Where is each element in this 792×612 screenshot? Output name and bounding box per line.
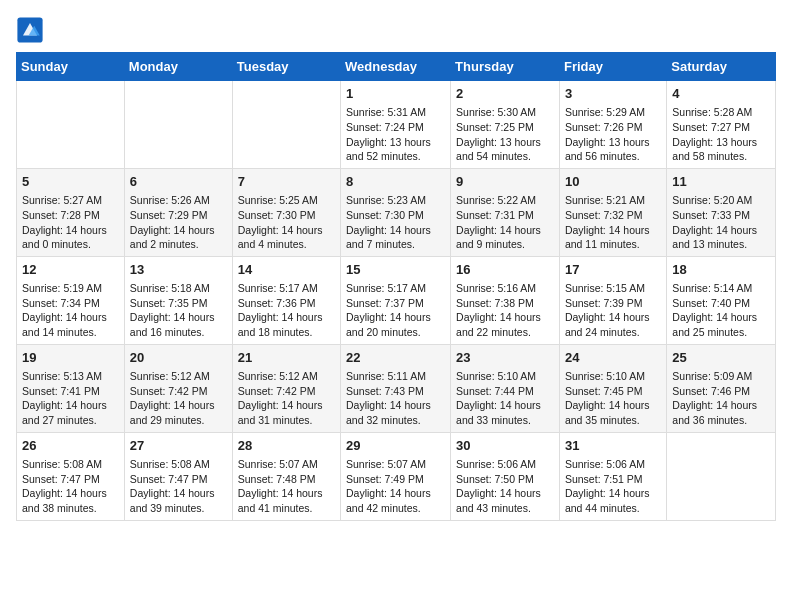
day-number: 10 bbox=[565, 173, 661, 191]
day-info: Sunrise: 5:20 AM Sunset: 7:33 PM Dayligh… bbox=[672, 193, 770, 252]
calendar-cell: 31Sunrise: 5:06 AM Sunset: 7:51 PM Dayli… bbox=[559, 432, 666, 520]
weekday-header-thursday: Thursday bbox=[451, 53, 560, 81]
calendar-cell: 24Sunrise: 5:10 AM Sunset: 7:45 PM Dayli… bbox=[559, 344, 666, 432]
page-header bbox=[16, 16, 776, 44]
calendar-header: SundayMondayTuesdayWednesdayThursdayFrid… bbox=[17, 53, 776, 81]
day-number: 11 bbox=[672, 173, 770, 191]
calendar-week-row: 19Sunrise: 5:13 AM Sunset: 7:41 PM Dayli… bbox=[17, 344, 776, 432]
calendar-week-row: 12Sunrise: 5:19 AM Sunset: 7:34 PM Dayli… bbox=[17, 256, 776, 344]
day-number: 14 bbox=[238, 261, 335, 279]
calendar-cell: 1Sunrise: 5:31 AM Sunset: 7:24 PM Daylig… bbox=[341, 81, 451, 169]
day-number: 20 bbox=[130, 349, 227, 367]
calendar-cell bbox=[232, 81, 340, 169]
calendar-cell: 21Sunrise: 5:12 AM Sunset: 7:42 PM Dayli… bbox=[232, 344, 340, 432]
day-number: 8 bbox=[346, 173, 445, 191]
day-info: Sunrise: 5:22 AM Sunset: 7:31 PM Dayligh… bbox=[456, 193, 554, 252]
calendar-week-row: 1Sunrise: 5:31 AM Sunset: 7:24 PM Daylig… bbox=[17, 81, 776, 169]
day-number: 1 bbox=[346, 85, 445, 103]
day-number: 28 bbox=[238, 437, 335, 455]
calendar-cell: 6Sunrise: 5:26 AM Sunset: 7:29 PM Daylig… bbox=[124, 168, 232, 256]
day-number: 31 bbox=[565, 437, 661, 455]
day-info: Sunrise: 5:10 AM Sunset: 7:45 PM Dayligh… bbox=[565, 369, 661, 428]
day-info: Sunrise: 5:23 AM Sunset: 7:30 PM Dayligh… bbox=[346, 193, 445, 252]
calendar-cell: 17Sunrise: 5:15 AM Sunset: 7:39 PM Dayli… bbox=[559, 256, 666, 344]
weekday-header-saturday: Saturday bbox=[667, 53, 776, 81]
weekday-header-friday: Friday bbox=[559, 53, 666, 81]
day-number: 27 bbox=[130, 437, 227, 455]
day-info: Sunrise: 5:26 AM Sunset: 7:29 PM Dayligh… bbox=[130, 193, 227, 252]
day-number: 23 bbox=[456, 349, 554, 367]
day-info: Sunrise: 5:18 AM Sunset: 7:35 PM Dayligh… bbox=[130, 281, 227, 340]
day-info: Sunrise: 5:09 AM Sunset: 7:46 PM Dayligh… bbox=[672, 369, 770, 428]
day-info: Sunrise: 5:27 AM Sunset: 7:28 PM Dayligh… bbox=[22, 193, 119, 252]
calendar-cell: 29Sunrise: 5:07 AM Sunset: 7:49 PM Dayli… bbox=[341, 432, 451, 520]
day-number: 26 bbox=[22, 437, 119, 455]
day-info: Sunrise: 5:25 AM Sunset: 7:30 PM Dayligh… bbox=[238, 193, 335, 252]
day-info: Sunrise: 5:06 AM Sunset: 7:51 PM Dayligh… bbox=[565, 457, 661, 516]
day-info: Sunrise: 5:16 AM Sunset: 7:38 PM Dayligh… bbox=[456, 281, 554, 340]
day-number: 9 bbox=[456, 173, 554, 191]
day-info: Sunrise: 5:17 AM Sunset: 7:36 PM Dayligh… bbox=[238, 281, 335, 340]
calendar-week-row: 5Sunrise: 5:27 AM Sunset: 7:28 PM Daylig… bbox=[17, 168, 776, 256]
calendar-cell: 25Sunrise: 5:09 AM Sunset: 7:46 PM Dayli… bbox=[667, 344, 776, 432]
day-info: Sunrise: 5:21 AM Sunset: 7:32 PM Dayligh… bbox=[565, 193, 661, 252]
day-info: Sunrise: 5:12 AM Sunset: 7:42 PM Dayligh… bbox=[238, 369, 335, 428]
calendar-cell: 28Sunrise: 5:07 AM Sunset: 7:48 PM Dayli… bbox=[232, 432, 340, 520]
calendar-cell: 27Sunrise: 5:08 AM Sunset: 7:47 PM Dayli… bbox=[124, 432, 232, 520]
day-number: 2 bbox=[456, 85, 554, 103]
day-info: Sunrise: 5:13 AM Sunset: 7:41 PM Dayligh… bbox=[22, 369, 119, 428]
calendar-cell: 15Sunrise: 5:17 AM Sunset: 7:37 PM Dayli… bbox=[341, 256, 451, 344]
day-number: 7 bbox=[238, 173, 335, 191]
calendar-cell: 20Sunrise: 5:12 AM Sunset: 7:42 PM Dayli… bbox=[124, 344, 232, 432]
day-info: Sunrise: 5:31 AM Sunset: 7:24 PM Dayligh… bbox=[346, 105, 445, 164]
weekday-header-wednesday: Wednesday bbox=[341, 53, 451, 81]
day-info: Sunrise: 5:17 AM Sunset: 7:37 PM Dayligh… bbox=[346, 281, 445, 340]
day-number: 24 bbox=[565, 349, 661, 367]
calendar-cell: 14Sunrise: 5:17 AM Sunset: 7:36 PM Dayli… bbox=[232, 256, 340, 344]
calendar-cell: 11Sunrise: 5:20 AM Sunset: 7:33 PM Dayli… bbox=[667, 168, 776, 256]
calendar-week-row: 26Sunrise: 5:08 AM Sunset: 7:47 PM Dayli… bbox=[17, 432, 776, 520]
day-info: Sunrise: 5:30 AM Sunset: 7:25 PM Dayligh… bbox=[456, 105, 554, 164]
calendar-cell bbox=[667, 432, 776, 520]
day-number: 15 bbox=[346, 261, 445, 279]
calendar-cell: 10Sunrise: 5:21 AM Sunset: 7:32 PM Dayli… bbox=[559, 168, 666, 256]
day-info: Sunrise: 5:07 AM Sunset: 7:48 PM Dayligh… bbox=[238, 457, 335, 516]
calendar-cell: 16Sunrise: 5:16 AM Sunset: 7:38 PM Dayli… bbox=[451, 256, 560, 344]
day-info: Sunrise: 5:29 AM Sunset: 7:26 PM Dayligh… bbox=[565, 105, 661, 164]
calendar-cell: 5Sunrise: 5:27 AM Sunset: 7:28 PM Daylig… bbox=[17, 168, 125, 256]
calendar-cell: 22Sunrise: 5:11 AM Sunset: 7:43 PM Dayli… bbox=[341, 344, 451, 432]
day-info: Sunrise: 5:15 AM Sunset: 7:39 PM Dayligh… bbox=[565, 281, 661, 340]
calendar-cell: 19Sunrise: 5:13 AM Sunset: 7:41 PM Dayli… bbox=[17, 344, 125, 432]
day-info: Sunrise: 5:06 AM Sunset: 7:50 PM Dayligh… bbox=[456, 457, 554, 516]
day-info: Sunrise: 5:07 AM Sunset: 7:49 PM Dayligh… bbox=[346, 457, 445, 516]
day-number: 16 bbox=[456, 261, 554, 279]
day-number: 13 bbox=[130, 261, 227, 279]
weekday-header-tuesday: Tuesday bbox=[232, 53, 340, 81]
day-number: 3 bbox=[565, 85, 661, 103]
calendar-cell bbox=[17, 81, 125, 169]
day-number: 25 bbox=[672, 349, 770, 367]
day-info: Sunrise: 5:11 AM Sunset: 7:43 PM Dayligh… bbox=[346, 369, 445, 428]
calendar-cell: 9Sunrise: 5:22 AM Sunset: 7:31 PM Daylig… bbox=[451, 168, 560, 256]
day-info: Sunrise: 5:08 AM Sunset: 7:47 PM Dayligh… bbox=[130, 457, 227, 516]
weekday-header-monday: Monday bbox=[124, 53, 232, 81]
day-info: Sunrise: 5:19 AM Sunset: 7:34 PM Dayligh… bbox=[22, 281, 119, 340]
calendar-cell: 7Sunrise: 5:25 AM Sunset: 7:30 PM Daylig… bbox=[232, 168, 340, 256]
day-number: 4 bbox=[672, 85, 770, 103]
day-number: 22 bbox=[346, 349, 445, 367]
calendar-table: SundayMondayTuesdayWednesdayThursdayFrid… bbox=[16, 52, 776, 521]
calendar-cell bbox=[124, 81, 232, 169]
day-number: 6 bbox=[130, 173, 227, 191]
day-number: 18 bbox=[672, 261, 770, 279]
day-number: 12 bbox=[22, 261, 119, 279]
logo bbox=[16, 16, 48, 44]
day-number: 5 bbox=[22, 173, 119, 191]
calendar-cell: 18Sunrise: 5:14 AM Sunset: 7:40 PM Dayli… bbox=[667, 256, 776, 344]
calendar-cell: 30Sunrise: 5:06 AM Sunset: 7:50 PM Dayli… bbox=[451, 432, 560, 520]
day-info: Sunrise: 5:14 AM Sunset: 7:40 PM Dayligh… bbox=[672, 281, 770, 340]
calendar-cell: 13Sunrise: 5:18 AM Sunset: 7:35 PM Dayli… bbox=[124, 256, 232, 344]
day-number: 21 bbox=[238, 349, 335, 367]
day-number: 29 bbox=[346, 437, 445, 455]
day-info: Sunrise: 5:10 AM Sunset: 7:44 PM Dayligh… bbox=[456, 369, 554, 428]
calendar-cell: 4Sunrise: 5:28 AM Sunset: 7:27 PM Daylig… bbox=[667, 81, 776, 169]
